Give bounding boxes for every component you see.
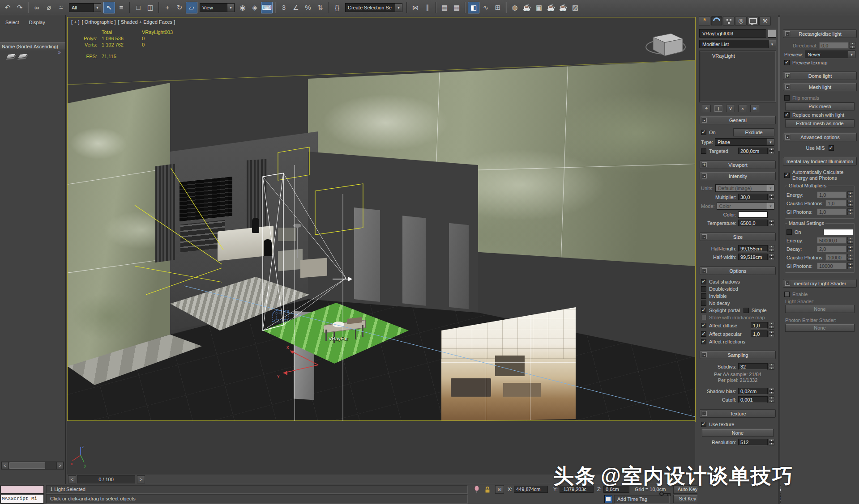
object-color-swatch[interactable] [768,29,776,38]
scrollbar-thumb[interactable] [9,462,45,469]
affect-diffuse-field[interactable]: 1,0 [751,322,768,329]
unlink-selection-icon[interactable]: ⌀ [43,2,55,13]
tab-utilities[interactable]: ⚒ [759,16,771,25]
command-panel-scrollbar[interactable] [778,15,780,504]
show-end-result-icon[interactable]: I [714,105,723,112]
curve-editor-icon[interactable]: ∿ [480,2,491,13]
collapse-icon[interactable]: - [785,135,790,140]
affect-specular-spinner[interactable]: ▴▾ [769,330,774,337]
select-and-move-icon[interactable]: + [162,2,173,13]
selection-lock-icon[interactable] [484,486,491,493]
rollout-dome-light[interactable]: +Dome light [783,72,857,80]
double-sided-checkbox[interactable] [701,286,706,292]
pick-mesh-button[interactable]: Pick mesh [785,102,855,110]
make-unique-icon[interactable]: ∨ [726,105,735,112]
add-time-tag-icon[interactable] [604,495,612,503]
bind-to-space-warp-icon[interactable]: ≈ [55,2,67,13]
collapse-icon[interactable]: - [785,31,790,36]
select-and-scale-icon[interactable]: ▱ [186,2,197,13]
affect-diffuse-checkbox[interactable] [701,323,706,328]
viewport-menu-shading[interactable]: [ Shaded + Edged Faces ] [118,19,175,25]
temperature-field[interactable]: 6500,0 [738,220,768,226]
collapse-icon[interactable]: - [702,234,707,239]
half-length-field[interactable]: 99,155cm [738,245,768,252]
redo-icon[interactable]: ↷ [14,2,26,13]
simple-checkbox[interactable] [744,308,749,313]
rollout-mr-light-shader[interactable]: -mental ray Light Shader [783,279,857,288]
preview-dropdown[interactable]: Never▾ [805,51,855,58]
absolute-mode-toggle-icon[interactable]: ⊡ [495,485,504,494]
explorer-menu-select[interactable]: Select [5,20,19,25]
viewport-menu-general[interactable]: [ + ] [71,19,80,25]
rollout-intensity[interactable]: -Intensity [700,172,776,180]
manual-on-checkbox[interactable] [786,229,792,235]
manual-color-swatch[interactable] [824,229,853,235]
modifier-stack[interactable]: VRayLight [699,51,776,102]
exclude-button[interactable]: Exclude [733,128,774,136]
viewport[interactable]: x y [ + ] [ Orthographic ] [ Shaded + Ed… [67,17,696,422]
environment-dialog-icon[interactable]: ▨ [569,2,581,13]
no-decay-checkbox[interactable] [701,301,706,306]
render-iterative-icon[interactable]: ☕ [557,2,569,13]
explorer-overflow-chevron-icon[interactable]: » [58,49,61,55]
time-next-icon[interactable]: > [137,475,145,483]
rollout-advanced-options[interactable]: -Advanced options [783,133,857,141]
affect-diffuse-spinner[interactable]: ▴▾ [769,322,774,329]
auto-calc-checkbox[interactable] [784,173,790,178]
rollout-sampling[interactable]: -Sampling [700,351,776,359]
affect-reflections-checkbox[interactable] [701,339,706,344]
collapse-icon[interactable]: - [702,411,707,416]
targeted-distance-field[interactable]: 200,0cm [738,148,768,154]
type-dropdown[interactable]: Plane▾ [715,138,774,146]
shadow-bias-spinner[interactable]: ▴▾ [769,388,774,394]
subdivs-field[interactable]: 32 [738,363,768,370]
rollout-size[interactable]: -Size [700,233,776,241]
select-and-manipulate-icon[interactable]: ◈ [249,2,261,13]
edit-named-selections-icon[interactable]: {} [331,2,343,13]
tab-motion[interactable]: ◎ [735,16,747,25]
explorer-horizontal-scrollbar[interactable]: < > [1,462,64,470]
align-icon[interactable]: ∥ [422,2,433,13]
layer-manager-icon[interactable]: ▤ [439,2,450,13]
rollout-mr-indirect-illumination[interactable]: mental ray Indirect Illumination [783,157,857,165]
resolution-field[interactable]: 512 [738,439,768,445]
collapse-icon[interactable]: - [702,268,707,273]
remove-modifier-icon[interactable]: × [738,105,747,112]
collapse-icon[interactable]: - [702,352,707,357]
rollout-viewport[interactable]: +Viewport [700,161,776,169]
skylight-portal-checkbox[interactable] [701,308,706,313]
invisible-checkbox[interactable] [701,293,706,299]
texture-none-button[interactable]: None [702,429,774,437]
subdivs-spinner[interactable]: ▴▾ [769,363,774,370]
cast-shadows-checkbox[interactable] [701,279,706,284]
replace-mesh-checkbox[interactable] [784,112,790,118]
layer-icon[interactable] [17,53,28,59]
extract-mesh-button[interactable]: Extract mesh as node [785,119,855,127]
layer-icon[interactable] [5,53,16,59]
modifier-list-dropdown[interactable]: Modifier List ▾ [699,40,776,48]
targeted-checkbox[interactable] [701,148,706,154]
scene-explorer-toggle-icon[interactable]: ◧ [468,2,479,13]
vraylight-plane-gizmo[interactable] [263,165,352,421]
use-texture-checkbox[interactable] [701,422,706,427]
select-object-icon[interactable]: ↖ [103,2,115,13]
time-slider-field[interactable]: 0 / 100 [77,475,135,483]
ribbon-toggle-icon[interactable]: ▦ [451,2,462,13]
temperature-spinner[interactable]: ▴▾ [769,220,774,226]
cutoff-spinner[interactable]: ▴▾ [769,396,774,403]
rollout-texture[interactable]: -Texture [700,409,776,418]
object-name-field[interactable]: VRayLight003 [699,29,766,38]
collapse-icon[interactable]: - [785,281,790,286]
explorer-menu-display[interactable]: Display [29,20,45,25]
shadow-bias-field[interactable]: 0,02cm [738,388,768,394]
rollout-rectangle-disc-light[interactable]: -Rectangle/disc light [783,30,857,38]
schematic-view-icon[interactable]: ⊞ [492,2,504,13]
select-and-rotate-icon[interactable]: ↻ [174,2,185,13]
keyboard-override-icon[interactable]: ⌨ [261,2,273,13]
rectangular-selection-icon[interactable]: □ [132,2,144,13]
modifier-stack-item[interactable]: VRayLight [700,52,776,60]
collapse-icon[interactable]: - [702,174,707,178]
time-prev-icon[interactable]: < [68,475,76,483]
mirror-icon[interactable]: ⋈ [410,2,421,13]
named-selection-sets-dropdown[interactable]: Create Selection Se▾ [345,3,402,12]
